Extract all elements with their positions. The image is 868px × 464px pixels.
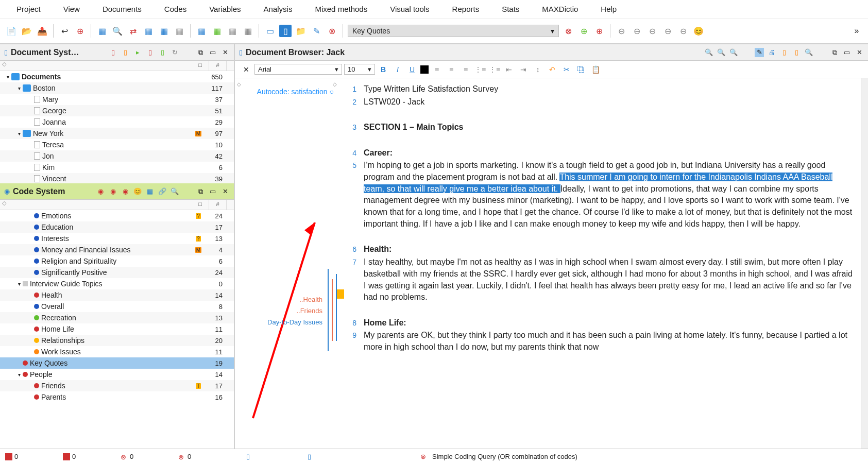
tab2-icon[interactable]: ▦ <box>211 25 223 37</box>
copy-icon[interactable]: ⿻ <box>575 63 587 76</box>
code-label-friends[interactable]: ..Friends <box>296 307 322 315</box>
menu-help[interactable]: Help <box>589 2 628 16</box>
detach-icon[interactable]: ⧉ <box>196 48 205 57</box>
search-back-icon[interactable]: 🔍 <box>717 48 726 57</box>
grid2-icon[interactable]: ▦ <box>142 25 155 37</box>
number-list-icon[interactable]: ⋮≡ <box>488 63 501 76</box>
code-label-d2d[interactable]: Day-to-Day Issues <box>267 318 322 326</box>
font-size-select[interactable]: 10 ▾ <box>344 64 375 75</box>
paragraph[interactable] <box>346 109 853 121</box>
view-icon[interactable]: ▯ <box>792 48 801 57</box>
minimize-icon[interactable]: ▭ <box>842 48 852 57</box>
search2-icon[interactable]: 🔍 <box>804 48 813 57</box>
undo-icon[interactable]: ↩ <box>58 25 71 37</box>
paragraph[interactable]: 8Home Life: <box>346 317 853 329</box>
code-icon[interactable]: ⊗ <box>326 25 338 37</box>
reset-icon[interactable]: ▯ <box>145 48 155 57</box>
vertical-scrollbar[interactable] <box>861 78 868 449</box>
tree-row[interactable]: Money and Financial IssuesM4 <box>0 244 234 255</box>
codebook-icon[interactable]: ▦ <box>145 187 155 196</box>
folder-tb-icon[interactable]: 📁 <box>295 25 307 37</box>
code-label-health[interactable]: ..Health <box>299 296 322 303</box>
tree-row[interactable]: Work Issues11 <box>0 346 234 357</box>
paragraph[interactable]: 4Career: <box>346 147 853 159</box>
cut-icon[interactable]: ✂ <box>560 63 573 76</box>
tree-row[interactable]: Parents16 <box>0 391 234 403</box>
overflow-icon[interactable]: » <box>850 25 863 37</box>
tab4-icon[interactable]: ▦ <box>242 25 254 37</box>
italic-icon[interactable]: I <box>392 63 404 76</box>
link-icon[interactable]: 🔗 <box>158 187 167 196</box>
tree-row[interactable]: Recreation13 <box>0 312 234 323</box>
new-doc-icon[interactable]: ▯ <box>108 48 117 57</box>
menu-visual-tools[interactable]: Visual tools <box>379 2 440 16</box>
minimize-icon[interactable]: ▭ <box>208 48 217 57</box>
tree-row[interactable]: Joanna29 <box>0 116 234 128</box>
tree-row[interactable]: Key Quotes19 <box>0 357 234 369</box>
align-left-icon[interactable]: ≡ <box>431 63 443 76</box>
paste-icon[interactable]: 📋 <box>589 63 602 76</box>
menu-view[interactable]: View <box>52 2 91 16</box>
tab3-icon[interactable]: ▦ <box>226 25 239 37</box>
code-plus-icon[interactable]: ⊕ <box>593 25 605 37</box>
paragraph[interactable]: 1Type Written Life Satisfaction Survey <box>346 83 853 95</box>
quick-code-select[interactable]: Key Quotes ▾ <box>348 25 559 37</box>
indent-icon[interactable]: ⇥ <box>517 63 530 76</box>
tree-row[interactable]: Vincent39 <box>0 173 234 183</box>
undo-fmt-icon[interactable]: ↶ <box>546 63 558 76</box>
code-with-new-icon[interactable]: ⊕ <box>74 25 86 37</box>
tab1-icon[interactable]: ▦ <box>195 25 208 37</box>
tree-row[interactable]: Home Life11 <box>0 323 234 335</box>
tree-row[interactable]: Relationships20 <box>0 335 234 346</box>
tree-row[interactable]: ▾Documents650 <box>0 71 234 82</box>
close-panel-icon[interactable]: ✕ <box>220 187 230 196</box>
underline-icon[interactable]: U <box>406 63 418 76</box>
edit-icon[interactable]: ✎ <box>310 25 322 37</box>
code-bracket[interactable] <box>332 279 333 341</box>
weight1-icon[interactable]: ⊖ <box>615 25 627 37</box>
new-project-icon[interactable]: 📄 <box>5 25 18 37</box>
search-doc-icon[interactable]: 🔍 <box>704 48 713 57</box>
close-panel-icon[interactable]: ✕ <box>855 48 864 57</box>
new-folder-icon[interactable]: ▯ <box>121 48 130 57</box>
weight2-icon[interactable]: ⊖ <box>631 25 643 37</box>
emoticode-icon[interactable]: 😊 <box>692 25 705 37</box>
minimize-icon[interactable]: ▭ <box>208 187 217 196</box>
tree-row[interactable]: Religion and Spirituality6 <box>0 255 234 267</box>
paragraph[interactable]: 6Health: <box>346 244 853 255</box>
tree-row[interactable]: Overall8 <box>0 301 234 312</box>
tree-row[interactable]: Education17 <box>0 221 234 233</box>
align-right-icon[interactable]: ≡ <box>459 63 472 76</box>
bullet-list-icon[interactable]: ⋮≡ <box>474 63 486 76</box>
refresh-icon[interactable]: ↻ <box>170 48 179 57</box>
export-icon[interactable]: ▯ <box>779 48 789 57</box>
tree-row[interactable]: FriendsT17 <box>0 380 234 391</box>
align-center-icon[interactable]: ≡ <box>445 63 457 76</box>
tree-row[interactable]: Kim6 <box>0 162 234 173</box>
print-icon[interactable]: 🖨 <box>767 48 776 57</box>
menu-reports[interactable]: Reports <box>441 2 491 16</box>
weight4-icon[interactable]: ⊖ <box>661 25 674 37</box>
smiley-icon[interactable]: 😊 <box>133 187 142 196</box>
menu-codes[interactable]: Codes <box>153 2 198 16</box>
window-icon[interactable]: ▭ <box>264 25 276 37</box>
document-text[interactable]: 1Type Written Life Satisfaction Survey2L… <box>338 78 861 449</box>
tree-row[interactable]: Health14 <box>0 289 234 301</box>
tree-row[interactable]: ▾Boston117 <box>0 82 234 94</box>
document-tree[interactable]: ▾Documents650▾Boston117Mary37George51Joa… <box>0 71 234 183</box>
close-format-icon[interactable]: ✕ <box>240 63 252 76</box>
apply-code-icon[interactable]: ⊗ <box>562 25 574 37</box>
grid3-icon[interactable]: ▦ <box>158 25 170 37</box>
menu-analysis[interactable]: Analysis <box>252 2 304 16</box>
activate-icon[interactable]: ▸ <box>133 48 142 57</box>
code-bracket[interactable] <box>328 269 329 351</box>
tree-row[interactable]: George51 <box>0 105 234 116</box>
menu-project[interactable]: Project <box>5 2 52 16</box>
tree-row[interactable]: Teresa10 <box>0 139 234 150</box>
weight5-icon[interactable]: ⊖ <box>677 25 689 37</box>
grid4-icon[interactable]: ▦ <box>173 25 185 37</box>
lexical-search-icon[interactable]: 🔍 <box>111 25 124 37</box>
open-project-icon[interactable]: 📂 <box>21 25 33 37</box>
outdent-icon[interactable]: ⇤ <box>503 63 515 76</box>
paragraph[interactable]: 2LSTW020 - Jack <box>346 96 853 108</box>
